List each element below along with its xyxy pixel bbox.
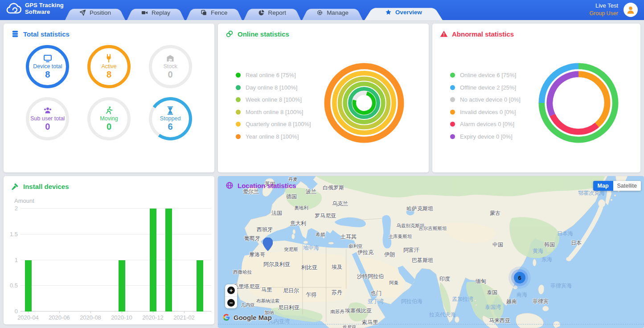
y-tick-label: 2 xyxy=(4,205,18,212)
install-devices-header: Install devices xyxy=(11,182,69,190)
stat-circle-sub-user-total: Sub user total0 xyxy=(26,97,69,140)
legend-item[interactable]: No active device 0 [0%] xyxy=(450,94,521,106)
legend-label: Day online 8 [100%] xyxy=(246,84,297,91)
gridline xyxy=(21,208,211,209)
gridline xyxy=(21,260,211,260)
legend-dot xyxy=(236,134,241,139)
total-stats-grid: Device total8Active8Stock0Sub user total… xyxy=(4,45,214,140)
legend-label: Expiry device 0 [0%] xyxy=(460,133,513,140)
legend-item[interactable]: Month online 8 [100%] xyxy=(236,106,311,119)
bar-2020-10 xyxy=(119,260,125,312)
tab-label: Report xyxy=(268,9,287,16)
total-statistics-header: Total statistics xyxy=(11,30,70,38)
legend-dot xyxy=(236,85,241,90)
legend-item[interactable]: Day online 8 [100%] xyxy=(236,82,311,94)
x-tick-mark xyxy=(90,312,91,313)
user-role: Group User xyxy=(589,10,618,17)
x-tick-mark xyxy=(184,312,185,313)
legend-dot xyxy=(236,73,241,78)
tab-overview[interactable]: Overview xyxy=(365,4,443,20)
panel-title: Online statistics xyxy=(238,30,289,38)
stat-circle-active: Active8 xyxy=(87,45,131,88)
legend-dot xyxy=(236,122,241,127)
legend-item[interactable]: Expiry device 0 [0%] xyxy=(450,131,521,143)
legend-dot xyxy=(450,134,455,139)
total-statistics-panel: Total statistics Device total8Active8Sto… xyxy=(4,24,214,172)
replay-icon xyxy=(141,9,148,16)
user-info[interactable]: Live Test Group User xyxy=(589,2,618,17)
runner-icon xyxy=(104,106,113,115)
legend-item[interactable]: Quarterly online 8 [100%] xyxy=(236,118,311,131)
bar-2021-01 xyxy=(165,209,172,312)
satellite-button[interactable]: Satellite xyxy=(613,181,641,191)
legend-item[interactable]: Year online 8 [100%] xyxy=(236,131,311,143)
legend-label: Alarm devices 0 [0%] xyxy=(460,121,514,127)
gridline xyxy=(21,234,211,234)
google-attribution[interactable]: Google Map xyxy=(222,313,272,321)
stat-circle-stopped: Stopped6 xyxy=(149,97,192,140)
abnormal-legend: Online device 6 [75%]Offline device 2 [2… xyxy=(450,69,521,143)
manage-icon xyxy=(316,9,323,16)
y-tick-label: 1.5 xyxy=(4,231,18,238)
bar-2020-12 xyxy=(150,209,156,312)
abnormal-donut-chart xyxy=(538,63,619,143)
install-devices-panel: Install devices Amount 00.511.522020-042… xyxy=(4,176,214,324)
y-tick-label: 0.5 xyxy=(4,282,18,289)
online-legend: Real online 6 [75%]Day online 8 [100%]We… xyxy=(236,69,311,143)
tab-fence[interactable]: Fence xyxy=(186,5,242,20)
x-tick-label: 2020-06 xyxy=(44,314,75,321)
bar-2020-04 xyxy=(25,260,32,312)
x-tick-label: 2020-10 xyxy=(106,314,137,321)
x-tick-label: 2021-02 xyxy=(168,314,200,321)
legend-label: Year online 8 [100%] xyxy=(246,133,299,140)
stat-label: Moving xyxy=(100,115,118,122)
x-tick-mark xyxy=(122,312,122,313)
hourglass-icon xyxy=(166,106,175,115)
legend-label: Online device 6 [75%] xyxy=(460,72,516,78)
legend-item[interactable]: Alarm devices 0 [0%] xyxy=(450,118,521,131)
legend-item[interactable]: Online device 6 [75%] xyxy=(450,69,521,82)
tab-replay[interactable]: Replay xyxy=(127,5,185,20)
map-type-control: Map Satellite xyxy=(593,181,641,191)
stat-label: Stock xyxy=(164,63,177,70)
warning-icon xyxy=(440,30,448,38)
legend-item[interactable]: Offline device 2 [25%] xyxy=(450,82,521,94)
map-cluster-marker[interactable]: 6 xyxy=(514,272,525,283)
person-icon xyxy=(626,5,636,15)
legend-dot xyxy=(450,110,455,115)
plug-icon xyxy=(104,54,113,63)
legend-label: Offline device 2 [25%] xyxy=(460,84,516,91)
tab-report[interactable]: Report xyxy=(244,5,301,20)
google-logo-icon xyxy=(222,313,230,321)
gridline xyxy=(21,311,211,312)
online-rings-chart xyxy=(324,63,404,143)
cloud-logo-icon xyxy=(5,3,21,15)
legend-label: Quarterly online 8 [100%] xyxy=(246,121,311,127)
globe-icon xyxy=(226,181,234,189)
tab-manage[interactable]: Manage xyxy=(302,5,363,20)
users-icon xyxy=(43,106,52,115)
legend-label: Real online 6 [75%] xyxy=(246,72,296,78)
location-statistics-panel: 爱尔兰英国丹麦波兰德国白俄罗斯乌克兰奥地利法国罗马尼亚意大利西班牙葡萄牙希腊土耳… xyxy=(218,176,644,328)
zoom-in-button[interactable]: + xyxy=(225,284,237,296)
graticule-line xyxy=(218,324,644,324)
tab-label: Fence xyxy=(211,9,228,16)
map-canvas[interactable]: 爱尔兰英国丹麦波兰德国白俄罗斯乌克兰奥地利法国罗马尼亚意大利西班牙葡萄牙希腊土耳… xyxy=(218,176,644,328)
x-tick-label: 2020-12 xyxy=(137,314,168,321)
x-tick-mark xyxy=(59,312,60,313)
stat-label: Sub user total xyxy=(30,115,65,122)
x-tick-label: 2020-08 xyxy=(75,314,106,321)
hammer-icon xyxy=(11,182,19,190)
tab-position[interactable]: Position xyxy=(65,5,125,20)
panel-title: Install devices xyxy=(23,183,69,190)
zoom-out-button[interactable]: − xyxy=(225,296,237,308)
stat-value: 8 xyxy=(45,70,50,80)
map-button[interactable]: Map xyxy=(593,181,613,191)
legend-item[interactable]: Week online 8 [100%] xyxy=(236,94,311,106)
map-pin-marker[interactable] xyxy=(263,238,273,251)
user-avatar[interactable] xyxy=(623,3,638,17)
y-tick-label: 0 xyxy=(4,308,18,315)
map-zoom-control: + − xyxy=(225,284,237,308)
legend-item[interactable]: Invalid devices 0 [0%] xyxy=(450,106,521,119)
legend-item[interactable]: Real online 6 [75%] xyxy=(236,69,311,82)
